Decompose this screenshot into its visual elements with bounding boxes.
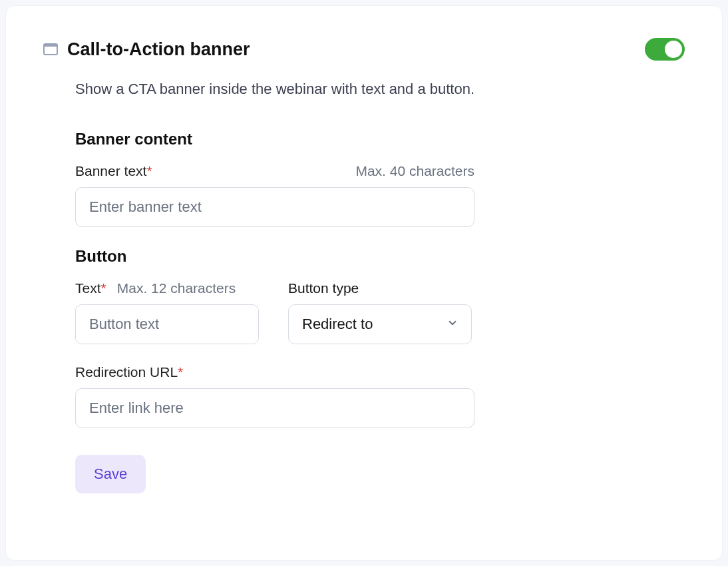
card-content: Show a CTA banner inside the webinar wit… — [43, 81, 536, 493]
required-star-icon: * — [101, 280, 106, 296]
cta-banner-card: Call-to-Action banner Show a CTA banner … — [5, 5, 723, 561]
redirection-url-input[interactable] — [75, 388, 474, 428]
button-text-label-text: Text — [75, 280, 101, 296]
banner-text-label-text: Banner text — [75, 163, 146, 178]
card-header: Call-to-Action banner — [43, 38, 685, 61]
button-heading: Button — [75, 247, 536, 266]
button-type-select[interactable]: Redirect to — [288, 304, 472, 344]
redirection-url-label-row: Redirection URL* — [75, 364, 474, 380]
button-text-hint: Max. 12 characters — [117, 280, 236, 296]
banner-text-label-row: Banner text* Max. 40 characters — [75, 163, 474, 179]
required-star-icon: * — [178, 364, 183, 380]
button-text-input[interactable] — [75, 304, 259, 344]
toggle-knob — [665, 41, 682, 58]
required-star-icon: * — [146, 163, 152, 178]
button-type-select-wrap: Redirect to — [288, 304, 472, 344]
button-text-label-row: Text* Max. 12 characters — [75, 280, 259, 296]
banner-text-field: Banner text* Max. 40 characters — [75, 163, 474, 227]
button-text-field: Text* Max. 12 characters — [75, 280, 259, 344]
enable-toggle[interactable] — [645, 38, 685, 61]
redirection-url-field: Redirection URL* — [75, 364, 474, 428]
redirection-url-label-text: Redirection URL — [75, 364, 178, 380]
button-row: Text* Max. 12 characters Button type Red… — [75, 280, 536, 344]
button-type-label-row: Button type — [288, 280, 472, 296]
redirection-url-label: Redirection URL* — [75, 364, 183, 380]
button-type-field: Button type Redirect to — [288, 280, 472, 344]
button-text-label: Text* — [75, 280, 106, 296]
banner-text-label: Banner text* — [75, 163, 152, 179]
button-type-label: Button type — [288, 280, 359, 296]
banner-icon — [43, 43, 58, 55]
banner-text-hint: Max. 40 characters — [355, 163, 474, 179]
section-description: Show a CTA banner inside the webinar wit… — [75, 81, 536, 98]
banner-content-heading: Banner content — [75, 130, 536, 148]
title-group: Call-to-Action banner — [43, 39, 250, 60]
save-button[interactable]: Save — [75, 455, 146, 493]
banner-text-input[interactable] — [75, 187, 474, 227]
section-title: Call-to-Action banner — [67, 39, 250, 60]
